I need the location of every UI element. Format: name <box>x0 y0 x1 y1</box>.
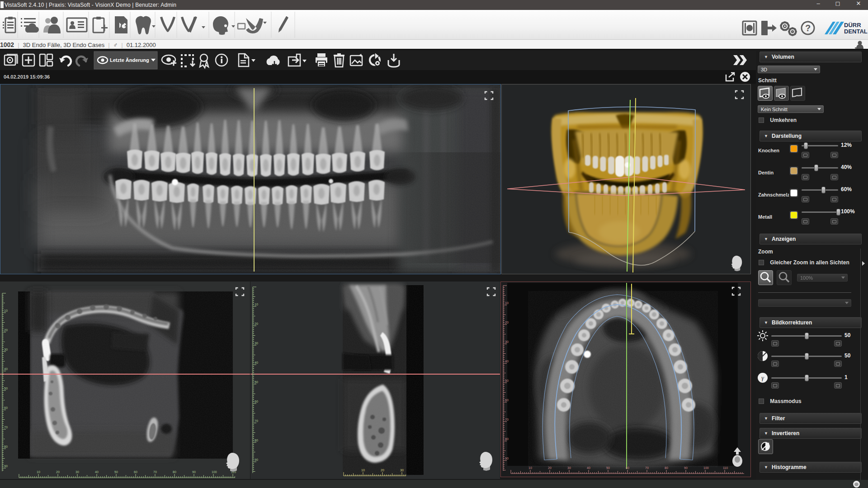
svg-text:20: 20 <box>505 321 509 324</box>
svg-text:20: 20 <box>56 470 60 474</box>
svg-text:50: 50 <box>4 387 8 390</box>
svg-text:40: 40 <box>255 361 258 364</box>
svg-text:60: 60 <box>4 406 8 409</box>
svg-text:60: 60 <box>134 470 137 474</box>
svg-text:70: 70 <box>255 419 258 422</box>
svg-text:90: 90 <box>505 457 509 460</box>
svg-text:70: 70 <box>153 470 157 474</box>
svg-text:DENTAL: DENTAL <box>844 28 868 35</box>
svg-text:20: 20 <box>255 322 258 325</box>
svg-text:50: 50 <box>505 379 509 382</box>
svg-text:80: 80 <box>4 445 8 448</box>
svg-text:?: ? <box>805 23 811 33</box>
svg-text:50: 50 <box>606 466 610 469</box>
svg-text:70: 70 <box>4 426 8 429</box>
svg-text:90: 90 <box>192 470 196 474</box>
svg-text:90: 90 <box>255 458 258 461</box>
svg-text:DÜRR: DÜRR <box>844 22 861 28</box>
svg-text:70: 70 <box>645 466 649 469</box>
svg-text:80: 80 <box>173 470 176 474</box>
svg-text:100: 100 <box>703 466 709 469</box>
svg-text:20: 20 <box>548 466 552 469</box>
svg-text:Letzte Änderung: Letzte Änderung <box>110 57 149 63</box>
svg-text:40: 40 <box>587 466 590 469</box>
svg-text:80: 80 <box>255 439 258 442</box>
svg-text:40: 40 <box>505 360 509 363</box>
svg-text:90: 90 <box>4 465 8 468</box>
svg-text:10: 10 <box>505 301 509 305</box>
svg-text:30: 30 <box>567 466 571 469</box>
svg-text:50: 50 <box>255 380 258 384</box>
svg-text:20: 20 <box>381 469 384 472</box>
svg-text:30: 30 <box>400 469 404 472</box>
svg-text:70: 70 <box>505 418 509 421</box>
svg-text:40: 40 <box>95 470 99 474</box>
svg-text:10: 10 <box>528 466 532 469</box>
svg-text:10: 10 <box>4 309 8 312</box>
svg-text:30: 30 <box>505 340 509 343</box>
svg-text:30: 30 <box>4 348 8 351</box>
svg-text:50: 50 <box>114 470 118 474</box>
svg-text:60: 60 <box>505 399 509 402</box>
svg-text:30: 30 <box>75 470 79 474</box>
svg-text:80: 80 <box>665 466 668 469</box>
svg-text:100: 100 <box>212 470 217 474</box>
svg-text:90: 90 <box>684 466 688 469</box>
svg-text:20: 20 <box>4 328 8 332</box>
svg-text:10: 10 <box>255 303 258 306</box>
svg-text:10: 10 <box>37 470 40 474</box>
svg-text:60: 60 <box>255 400 258 403</box>
svg-text:40: 40 <box>4 367 8 371</box>
svg-text:110: 110 <box>723 466 728 469</box>
svg-text:80: 80 <box>505 437 509 441</box>
svg-text:60: 60 <box>626 466 629 469</box>
svg-text:30: 30 <box>255 342 258 345</box>
svg-text:10: 10 <box>361 469 365 472</box>
svg-text:γ: γ <box>761 375 764 381</box>
